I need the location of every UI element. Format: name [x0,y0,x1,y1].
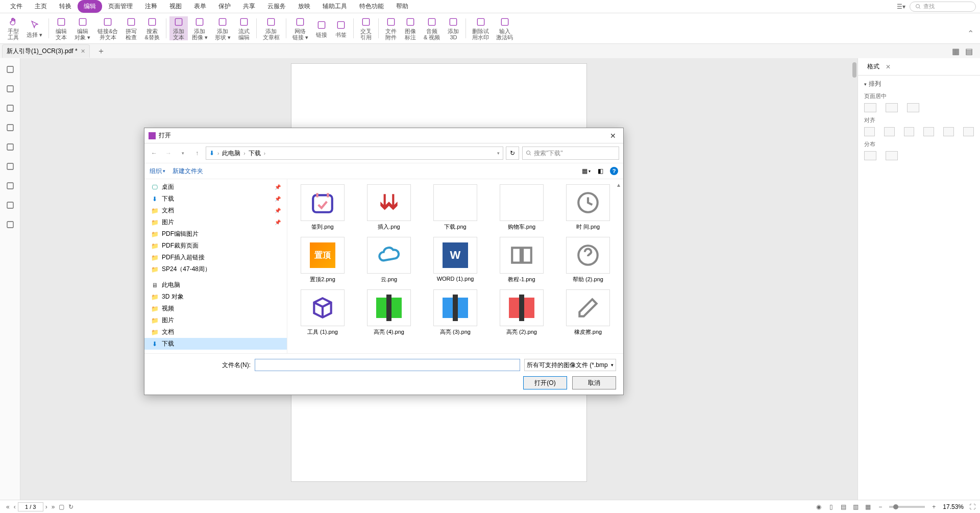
ribbon-weblink[interactable]: 网络 链接 ▾ [289,16,311,40]
file-item-9[interactable]: 帮助 (2).png [556,235,620,285]
tree-item-2[interactable]: 📁文档📌 [144,205,287,216]
file-item-2[interactable]: 下载.png [423,182,487,233]
center-both-icon[interactable] [907,103,919,112]
distribute-h-icon[interactable] [864,151,876,160]
menu-item-14[interactable]: 帮助 [390,0,414,13]
bookmark-icon[interactable] [5,64,15,75]
files-scroll-up-icon[interactable]: ▴ [617,181,622,186]
ribbon-watermark[interactable]: 删除试 用水印 [469,16,492,40]
two-continuous-icon[interactable]: ▦ [864,503,871,510]
ribbon-edit-obj[interactable]: 编辑 对象 ▾ [71,16,93,40]
ribbon-search-replace[interactable]: 搜索 &替换 [141,16,162,40]
ribbon-edit-text[interactable]: 编辑 文本 [52,16,70,40]
align-top-icon[interactable] [923,127,934,136]
grid-view-icon[interactable]: ▦ [950,46,961,56]
menu-item-2[interactable]: 转换 [53,0,78,13]
tree-item-7[interactable]: 📁SP24（47-48周） [144,263,287,275]
ribbon-add-text[interactable]: 添加 文本 [169,16,188,40]
tree-item-11[interactable]: 📁图片 [144,314,287,326]
single-page-icon[interactable]: ▯ [827,503,835,510]
share-icon[interactable] [5,219,15,230]
file-item-7[interactable]: WWORD (1).png [423,235,487,285]
tree-item-8[interactable]: 🖥此电脑 [144,279,287,291]
dialog-close-button[interactable]: ✕ [607,132,619,140]
bookmark-nav-icon[interactable]: ▢ [57,503,66,510]
tree-item-13[interactable]: ⬇下载 [144,338,287,350]
ribbon-collapse-icon[interactable]: ⌃ [965,27,976,40]
signatures-icon[interactable] [5,181,15,191]
panel-toggle-icon[interactable]: ▤ [964,46,974,56]
ribbon-spell[interactable]: 拼写 检查 [122,16,140,40]
ribbon-av[interactable]: 音频 & 视频 [421,16,443,40]
align-middle-icon[interactable] [943,127,954,136]
ribbon-activate[interactable]: 输入 激活码 [493,16,516,40]
two-page-icon[interactable]: ▥ [852,503,859,510]
reflow-icon[interactable]: ↻ [66,503,76,510]
recent-dropdown-icon[interactable]: ▾ [177,148,188,159]
security-icon[interactable] [5,161,15,172]
vertical-scrollbar[interactable] [852,62,856,78]
fullscreen-icon[interactable]: ⛶ [969,503,976,510]
help-icon[interactable]: ? [610,167,618,175]
file-list[interactable]: 签到.png插入.png下载.png购物车.png时 间.png置顶置顶2.pn… [287,179,623,353]
ribbon-hand[interactable]: 手型 工具 [4,16,22,40]
path-segment-current[interactable]: 下载 [249,149,261,158]
prev-page-icon[interactable]: ‹ [12,503,18,510]
attachments-icon[interactable] [5,142,15,152]
zoom-slider[interactable] [889,506,925,508]
menu-item-10[interactable]: 云服务 [261,0,292,13]
document-tab[interactable]: 新人引导(1)_OCR(3).pdf * ✕ [2,44,90,58]
file-item-11[interactable]: 高亮 (4).png [357,287,421,338]
path-dropdown-icon[interactable]: ▾ [497,151,500,156]
align-center-icon[interactable] [884,127,895,136]
nav-forward-icon[interactable]: → [163,148,174,159]
file-item-14[interactable]: 橡皮擦.png [556,287,620,338]
dialog-search[interactable]: 搜索"下载" [522,146,619,160]
view-mode-icon[interactable]: ▦▾ [581,166,591,176]
distribute-v-icon[interactable] [886,151,898,160]
menu-item-6[interactable]: 视图 [163,0,188,13]
global-search[interactable]: 查找 [910,2,976,12]
path-segment-root[interactable]: 此电脑 [222,149,240,158]
menu-item-13[interactable]: 特色功能 [353,0,390,13]
tree-item-0[interactable]: 🖵桌面📌 [144,181,287,193]
file-item-1[interactable]: 插入.png [357,182,421,233]
open-button[interactable]: 打开(O) [523,376,567,389]
zoom-in-button[interactable]: + [930,503,938,510]
align-bottom-icon[interactable] [963,127,974,136]
tree-item-6[interactable]: 📁PDF插入超链接 [144,252,287,263]
tree-item-9[interactable]: 📁3D 对象 [144,291,287,303]
file-item-8[interactable]: 教程-1.png [489,235,554,285]
path-breadcrumb[interactable]: ⬇ › 此电脑 › 下载 › ▾ [206,146,503,160]
align-left-icon[interactable] [864,127,875,136]
ribbon-bookmark[interactable]: 书签 [332,16,350,40]
ribbon-add-shape[interactable]: 添加 形状 ▾ [212,16,234,40]
ribbon-add-image[interactable]: 添加 图像 ▾ [189,16,211,40]
zoom-value[interactable]: 17.53% [943,503,964,510]
file-item-12[interactable]: 高亮 (3).png [423,287,487,338]
file-item-0[interactable]: 签到.png [290,182,355,233]
page-number-input[interactable] [18,502,43,511]
cancel-button[interactable]: 取消 [572,376,616,389]
pages-icon[interactable] [5,84,15,94]
preview-pane-icon[interactable]: ◧ [596,166,605,176]
menu-item-12[interactable]: 辅助工具 [316,0,353,13]
file-item-3[interactable]: 购物车.png [489,182,554,233]
menu-item-5[interactable]: 注释 [139,0,163,13]
file-item-6[interactable]: 云.png [357,235,421,285]
ribbon-link-text[interactable]: 链接&合 并文本 [94,16,121,40]
menu-item-3[interactable]: 编辑 [78,0,102,13]
menu-item-11[interactable]: 放映 [292,0,316,13]
menu-item-0[interactable]: 文件 [4,0,29,13]
tree-item-10[interactable]: 📁视频 [144,303,287,314]
panel-tab-format[interactable]: 格式 [863,61,884,72]
continuous-icon[interactable]: ▤ [840,503,847,510]
next-page-icon[interactable]: › [43,503,50,510]
ribbon-mode-icon[interactable]: ☰▾ [897,3,905,10]
tree-item-4[interactable]: 📁PDF编辑图片 [144,228,287,240]
new-folder-button[interactable]: 新建文件夹 [173,167,203,176]
ribbon-link2[interactable]: 链接 [312,16,331,40]
nav-back-icon[interactable]: ← [149,148,160,159]
panel-close-icon[interactable]: ✕ [886,63,891,70]
layers-icon[interactable] [5,123,15,133]
